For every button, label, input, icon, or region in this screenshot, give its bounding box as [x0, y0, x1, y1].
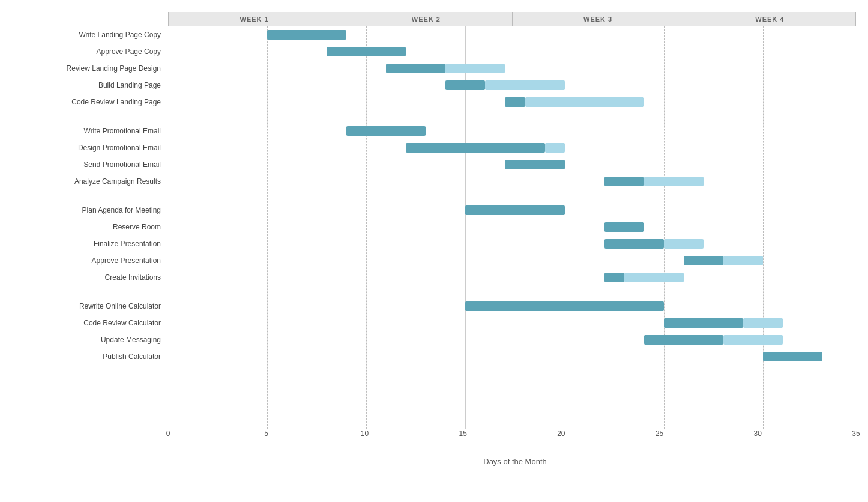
gantt-bar-dark [763, 352, 822, 361]
gantt-bar-dark [406, 143, 544, 153]
gantt-bar-dark [604, 177, 644, 186]
week-label: WEEK 2 [340, 12, 511, 26]
bar-row [168, 190, 862, 202]
task-label: Approve Page Copy [6, 43, 168, 60]
gantt-bar-dark [604, 273, 624, 282]
bar-row [168, 315, 862, 331]
bar-row [168, 94, 862, 110]
gantt-bar-dark [664, 318, 743, 328]
week-label: WEEK 3 [512, 12, 684, 26]
week-header: WEEK 1WEEK 2WEEK 3WEEK 4 [168, 12, 856, 26]
gantt-bar-light [624, 273, 684, 282]
task-labels: Write Landing Page CopyApprove Page Copy… [6, 26, 168, 429]
bar-row [168, 122, 862, 139]
bar-row [168, 298, 862, 315]
task-label: Publish Calculator [6, 348, 168, 365]
task-label: Write Promotional Email [6, 122, 168, 139]
task-label: Update Messaging [6, 331, 168, 348]
x-tick: 5 [264, 429, 268, 438]
bar-row [168, 235, 862, 252]
gantt-bar-dark [346, 126, 426, 136]
gantt-bar-light [743, 318, 783, 328]
task-label [6, 286, 168, 298]
gantt-bar-light [723, 256, 763, 265]
gantt-bar-light [545, 143, 565, 153]
bar-row [168, 173, 862, 190]
x-tick: 30 [754, 429, 762, 438]
task-label [6, 110, 168, 122]
gantt-bar-light [664, 239, 704, 249]
bar-row [168, 77, 862, 94]
task-label: Plan Agenda for Meeting [6, 202, 168, 219]
bars-area [168, 26, 862, 429]
task-label: Write Landing Page Copy [6, 26, 168, 43]
x-tick: 10 [361, 429, 369, 438]
x-tick: 0 [166, 429, 170, 438]
bar-row [168, 139, 862, 156]
bar-row [168, 60, 862, 77]
chart-body: Write Landing Page CopyApprove Page Copy… [6, 26, 862, 429]
bar-row [168, 43, 862, 60]
gantt-bar-dark [465, 205, 564, 215]
gantt-bar-dark [505, 97, 525, 107]
gantt-bar-dark [644, 335, 723, 345]
task-label: Approve Presentation [6, 252, 168, 269]
task-label: Review Landing Page Design [6, 60, 168, 77]
task-label: Analyze Campaign Results [6, 173, 168, 190]
task-label: Build Landing Page [6, 77, 168, 94]
task-label: Code Review Landing Page [6, 94, 168, 110]
chart-container: WEEK 1WEEK 2WEEK 3WEEK 4 Write Landing P… [0, 0, 868, 502]
x-tick: 15 [459, 429, 466, 438]
week-label: WEEK 1 [168, 12, 340, 26]
task-label: Rewrite Online Calculator [6, 298, 168, 315]
gantt-bar-dark [505, 160, 564, 169]
task-label: Code Review Calculator [6, 315, 168, 331]
task-label: Design Promotional Email [6, 139, 168, 156]
gantt-bar-dark [386, 64, 445, 73]
bar-row [168, 252, 862, 269]
gantt-bar-light [485, 80, 564, 90]
gantt-bar-light [525, 97, 644, 107]
gantt-bar-dark [267, 30, 346, 40]
gantt-bar-dark [327, 47, 406, 56]
bar-row [168, 348, 862, 365]
gantt-bar-light [445, 64, 505, 73]
bar-row [168, 331, 862, 348]
gantt-bar-light [723, 335, 783, 345]
gantt-bar-dark [604, 239, 664, 249]
task-label: Finalize Presentation [6, 235, 168, 252]
bar-row [168, 156, 862, 173]
x-tick: 20 [557, 429, 565, 438]
bar-row [168, 110, 862, 122]
x-axis-label: Days of the Month [168, 457, 862, 466]
gantt-bar-dark [445, 80, 485, 90]
task-label [6, 190, 168, 202]
bar-row [168, 219, 862, 235]
gantt-bar-dark [465, 301, 663, 311]
x-axis: 05101520253035 [168, 429, 856, 441]
x-tick: 25 [656, 429, 663, 438]
task-label: Create Invitations [6, 269, 168, 286]
task-label: Send Promotional Email [6, 156, 168, 173]
bar-row [168, 26, 862, 43]
gantt-bar-light [644, 177, 704, 186]
bars-rows [168, 26, 862, 429]
gantt-bar-dark [684, 256, 723, 265]
week-label: WEEK 4 [684, 12, 856, 26]
bar-row [168, 202, 862, 219]
gantt-bar-dark [604, 222, 644, 232]
bar-row [168, 269, 862, 286]
task-label: Reserve Room [6, 219, 168, 235]
bar-row [168, 286, 862, 298]
x-tick: 35 [852, 429, 860, 438]
